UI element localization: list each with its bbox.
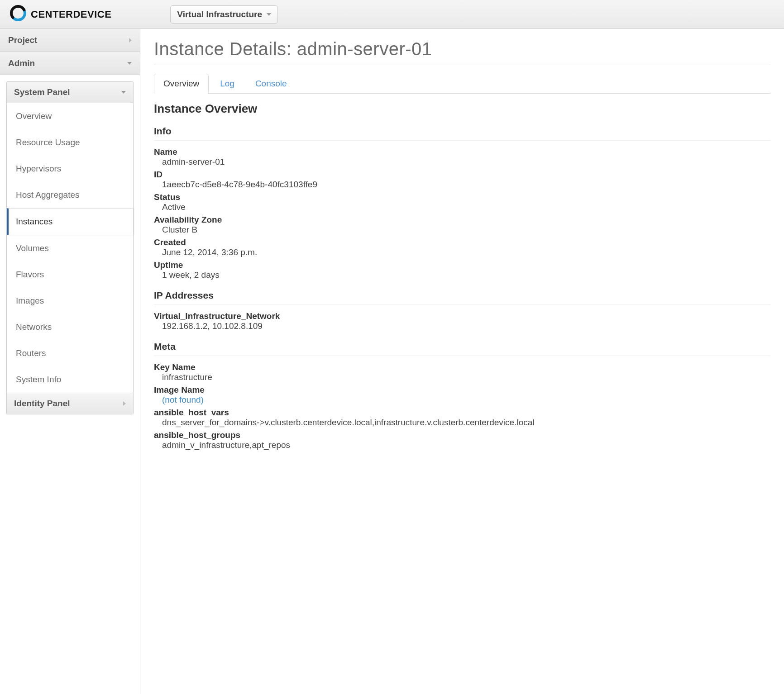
sidebar-subpanel-system-header[interactable]: System Panel — [7, 82, 133, 103]
sidebar-subpanel-identity-header[interactable]: Identity Panel — [7, 393, 133, 414]
value-id: 1aeecb7c-d5e8-4c78-9e4b-40fc3103ffe9 — [162, 180, 770, 190]
sidebar-item-images[interactable]: Images — [7, 288, 133, 314]
label-created: Created — [154, 238, 770, 247]
value-ansible-host-groups: admin_v_infrastructure,apt_repos — [162, 440, 770, 450]
page-title-prefix: Instance Details: — [154, 39, 297, 59]
label-image-name: Image Name — [154, 385, 770, 395]
value-ansible-host-vars: dns_server_for_domains->v.clusterb.cente… — [162, 418, 770, 428]
sidebar-section-project[interactable]: Project — [0, 29, 140, 52]
sidebar-section-admin[interactable]: Admin — [0, 52, 140, 75]
label-ansible-host-vars: ansible_host_vars — [154, 408, 770, 418]
image-not-found-link[interactable]: (not found) — [162, 395, 204, 404]
value-addresses: 192.168.1.2, 10.102.8.109 — [162, 321, 770, 331]
chevron-down-icon — [127, 62, 132, 65]
value-az: Cluster B — [162, 225, 770, 235]
page-title: Instance Details: admin-server-01 — [154, 39, 770, 65]
meta-list: Key Name infrastructure Image Name (not … — [154, 362, 770, 450]
logo-icon — [9, 4, 27, 24]
value-name: admin-server-01 — [162, 157, 770, 167]
chevron-down-icon — [121, 91, 126, 94]
main-content: Instance Details: admin-server-01 Overvi… — [140, 29, 784, 694]
sidebar-item-instances[interactable]: Instances — [7, 208, 133, 235]
label-status: Status — [154, 192, 770, 202]
chevron-right-icon — [123, 401, 126, 406]
chevron-down-icon — [267, 13, 271, 16]
tab-console[interactable]: Console — [246, 74, 296, 94]
info-list: Name admin-server-01 ID 1aeecb7c-d5e8-4c… — [154, 147, 770, 280]
sidebar-section-label: Admin — [8, 58, 35, 68]
brand: CENTERDEVICE — [9, 4, 111, 24]
sidebar: Project Admin System Panel Overview Reso… — [0, 29, 140, 694]
value-uptime: 1 week, 2 days — [162, 270, 770, 280]
tab-overview[interactable]: Overview — [154, 74, 209, 94]
label-az: Availability Zone — [154, 215, 770, 225]
label-ansible-host-groups: ansible_host_groups — [154, 430, 770, 440]
value-key-name: infrastructure — [162, 372, 770, 382]
label-id: ID — [154, 170, 770, 180]
ip-heading: IP Addresses — [154, 290, 770, 305]
topbar: CENTERDEVICE Virtual Infrastructure — [0, 0, 784, 29]
project-selector-label: Virtual Infrastructure — [177, 10, 262, 19]
sidebar-item-overview[interactable]: Overview — [7, 103, 133, 129]
page-title-instance: admin-server-01 — [297, 39, 432, 59]
overview-heading: Instance Overview — [154, 102, 770, 116]
sidebar-item-volumes[interactable]: Volumes — [7, 235, 133, 261]
sidebar-item-networks[interactable]: Networks — [7, 314, 133, 340]
label-network: Virtual_Infrastructure_Network — [154, 311, 770, 321]
sidebar-item-resource-usage[interactable]: Resource Usage — [7, 129, 133, 156]
sidebar-item-system-info[interactable]: System Info — [7, 366, 133, 393]
sidebar-subpanel-label: System Panel — [14, 87, 70, 97]
project-selector[interactable]: Virtual Infrastructure — [170, 5, 278, 24]
value-created: June 12, 2014, 3:36 p.m. — [162, 247, 770, 257]
label-name: Name — [154, 147, 770, 157]
info-heading: Info — [154, 126, 770, 141]
sidebar-subpanel-label: Identity Panel — [14, 399, 70, 409]
label-key-name: Key Name — [154, 362, 770, 372]
chevron-right-icon — [129, 38, 132, 43]
sidebar-item-hypervisors[interactable]: Hypervisors — [7, 156, 133, 182]
sidebar-item-host-aggregates[interactable]: Host Aggregates — [7, 182, 133, 208]
ip-list: Virtual_Infrastructure_Network 192.168.1… — [154, 311, 770, 331]
value-status: Active — [162, 202, 770, 212]
tabs: Overview Log Console — [154, 73, 770, 94]
sidebar-section-label: Project — [8, 35, 37, 45]
label-uptime: Uptime — [154, 260, 770, 270]
sidebar-item-flavors[interactable]: Flavors — [7, 261, 133, 288]
value-image-name: (not found) — [162, 395, 770, 405]
tab-log[interactable]: Log — [210, 74, 244, 94]
sidebar-subpanel-system: System Panel Overview Resource Usage Hyp… — [6, 81, 134, 414]
meta-heading: Meta — [154, 341, 770, 356]
brand-name: CENTERDEVICE — [31, 9, 111, 20]
sidebar-item-routers[interactable]: Routers — [7, 340, 133, 366]
